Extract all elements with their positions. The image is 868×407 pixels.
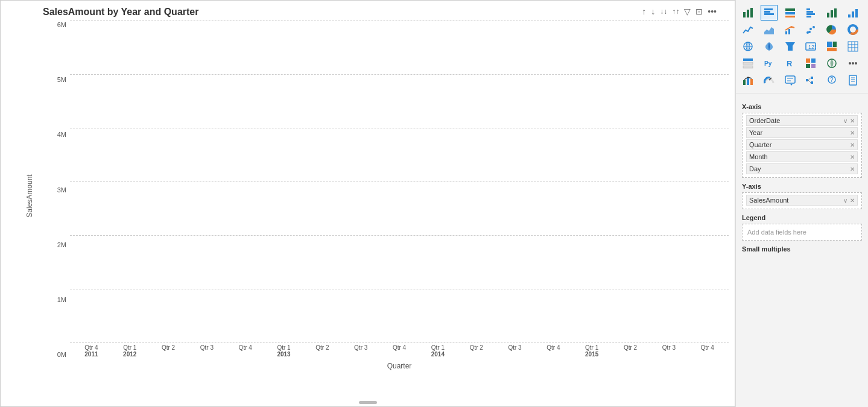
quarter-remove-btn[interactable]: ✕ — [850, 142, 855, 148]
x-axis-order-date-field[interactable]: OrderDate ∨ ✕ — [746, 115, 858, 126]
day-remove-btn[interactable]: ✕ — [850, 166, 855, 172]
svg-rect-37 — [827, 48, 837, 51]
treemap-icon[interactable] — [823, 39, 840, 54]
matrix-icon[interactable] — [740, 55, 756, 71]
smart-narrative-icon[interactable] — [782, 72, 799, 88]
x-label-group: Qtr 4 — [689, 344, 726, 359]
x-label-qtr: Qtr 1 — [431, 344, 445, 351]
x-axis-year-field[interactable]: Year ✕ — [746, 127, 858, 138]
x-axis-field-box[interactable]: OrderDate ∨ ✕ Year ✕ Quarter ✕ Month ✕ D… — [742, 113, 862, 178]
more-icon[interactable]: ••• — [708, 7, 717, 16]
sort-icon3[interactable]: ↑↑ — [672, 7, 679, 16]
y-axis: 0M 1M 2M 3M 4M 5M 6M — [43, 21, 70, 370]
svg-rect-38 — [848, 42, 858, 51]
svg-rect-12 — [806, 8, 810, 10]
svg-rect-2 — [750, 8, 753, 17]
svg-rect-44 — [743, 62, 753, 65]
combo-chart-icon[interactable] — [782, 22, 799, 37]
100pct-bar-icon[interactable] — [782, 5, 799, 21]
custom-visual3-icon[interactable] — [844, 55, 861, 71]
y-axis-label: SalesAmount — [25, 174, 34, 217]
stacked-col-icon[interactable] — [823, 5, 840, 21]
svg-rect-3 — [764, 13, 774, 15]
svg-text:R: R — [787, 59, 793, 68]
svg-rect-51 — [811, 64, 816, 68]
scrollbar[interactable] — [359, 401, 377, 404]
y-tick-1m: 1M — [43, 296, 70, 303]
svg-rect-7 — [785, 12, 795, 14]
svg-text:123: 123 — [808, 44, 816, 50]
svg-line-68 — [808, 80, 811, 83]
svg-rect-64 — [806, 79, 808, 81]
svg-rect-57 — [747, 78, 749, 85]
custom-visual1-icon[interactable] — [802, 55, 819, 71]
field-remove-btn[interactable]: ✕ — [850, 118, 855, 124]
svg-point-24 — [813, 26, 815, 28]
gauge-icon[interactable] — [761, 72, 778, 88]
svg-rect-56 — [743, 80, 746, 85]
filter-icon[interactable]: ▽ — [684, 7, 691, 16]
area-chart-icon[interactable] — [761, 22, 778, 37]
scatter-chart-icon[interactable] — [802, 22, 819, 37]
map-icon[interactable] — [740, 39, 756, 54]
y-tick-2m: 2M — [43, 241, 70, 248]
y-axis-field-box[interactable]: SalesAmount ∨ ✕ — [742, 192, 862, 209]
x-label-qtr: Qtr 4 — [393, 344, 406, 351]
x-axis-month-field[interactable]: Month ✕ — [746, 151, 858, 162]
clustered-bar-icon[interactable] — [761, 5, 778, 21]
decomp-tree-icon[interactable] — [802, 72, 819, 88]
month-remove-btn[interactable]: ✕ — [850, 154, 855, 160]
y-axis-section-label: Y-axis — [742, 183, 862, 190]
kpi-icon[interactable] — [740, 72, 756, 88]
r-icon[interactable]: R — [782, 55, 799, 71]
svg-rect-71 — [849, 75, 857, 85]
svg-rect-10 — [806, 16, 811, 17]
y-field-expand-btn[interactable]: ∨ — [843, 197, 847, 204]
expand-icon[interactable]: ⊡ — [695, 7, 703, 16]
x-axis-title: Quarter — [70, 362, 729, 370]
x-label-group: Qtr 4 — [227, 344, 264, 359]
legend-field-box[interactable]: Add data fields here — [742, 224, 862, 241]
python-icon[interactable]: Py — [761, 55, 778, 71]
small-multiples-label: Small multiples — [742, 245, 862, 253]
x-label-qtr: Qtr 3 — [200, 344, 214, 351]
sort-icon2[interactable]: ↓↓ — [660, 7, 667, 16]
svg-rect-20 — [785, 31, 787, 34]
x-label-group: Qtr 2 — [150, 344, 187, 359]
x-axis-quarter-field[interactable]: Quarter ✕ — [746, 139, 858, 150]
funnel-icon[interactable] — [782, 39, 799, 54]
y-field-remove-btn[interactable]: ✕ — [850, 197, 855, 204]
svg-rect-43 — [743, 58, 753, 61]
sort-desc-icon[interactable]: ↓ — [651, 7, 655, 16]
x-label-qtr: Qtr 2 — [470, 344, 483, 351]
x-axis-day-field[interactable]: Day ✕ — [746, 163, 858, 174]
pie-chart-icon[interactable] — [823, 22, 840, 37]
filled-map-icon[interactable] — [761, 39, 778, 54]
x-label-group: Qtr 12013 — [265, 344, 302, 359]
line-chart-icon[interactable] — [740, 22, 756, 37]
svg-text:Py: Py — [764, 60, 772, 67]
number-card-icon[interactable]: 123 — [802, 39, 819, 54]
sort-asc-icon[interactable]: ↑ — [642, 7, 646, 16]
order-date-label: OrderDate — [749, 117, 780, 124]
svg-rect-60 — [785, 76, 795, 83]
x-label-year: 2014 — [431, 351, 445, 358]
paginated-icon[interactable] — [844, 72, 861, 88]
y-axis-sales-amount-field[interactable]: SalesAmount ∨ ✕ — [746, 195, 858, 206]
x-label-qtr: Qtr 2 — [315, 344, 329, 351]
custom-visual2-icon[interactable] — [823, 55, 840, 71]
col-chart-icon[interactable] — [844, 5, 861, 21]
year-remove-btn[interactable]: ✕ — [850, 130, 855, 136]
bar-chart-icon[interactable] — [802, 5, 819, 21]
quarter-label: Quarter — [749, 141, 771, 148]
viz-icons-grid: 123 Py R — [736, 0, 868, 93]
donut-chart-icon[interactable] — [844, 22, 861, 37]
qa-visual-icon[interactable]: ? — [823, 72, 840, 88]
table-icon[interactable] — [844, 39, 861, 54]
stacked-bar-icon[interactable] — [740, 5, 756, 21]
bars-row — [70, 21, 729, 343]
svg-marker-63 — [790, 84, 793, 86]
svg-point-54 — [852, 62, 854, 65]
field-expand-btn[interactable]: ∨ — [843, 118, 847, 124]
legend-placeholder: Add data fields here — [746, 226, 858, 238]
